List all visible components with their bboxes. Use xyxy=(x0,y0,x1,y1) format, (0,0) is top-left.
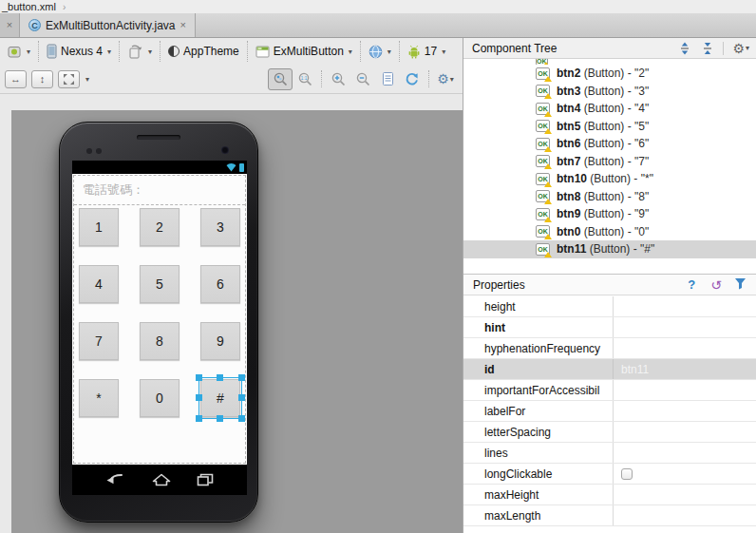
tab-button-xml[interactable]: × xyxy=(0,13,20,37)
property-row-longclickable[interactable]: longClickable xyxy=(463,464,756,485)
property-label: maxHeight xyxy=(463,485,614,504)
filter-button[interactable] xyxy=(734,277,747,293)
keypad-button-3[interactable]: 3 xyxy=(200,208,240,246)
selection-handle[interactable] xyxy=(217,374,223,381)
property-value-id[interactable]: btn11 xyxy=(614,359,756,379)
zoom-in-button[interactable] xyxy=(326,68,350,90)
property-row-id-selected[interactable]: idbtn11 xyxy=(463,359,756,380)
zoom-to-fit-button[interactable] xyxy=(268,68,293,90)
zoom-out-button[interactable] xyxy=(350,68,375,90)
tree-item-btn2[interactable]: OKbtn2 (Button) - "2" xyxy=(463,65,756,83)
property-value[interactable] xyxy=(614,464,756,484)
chevron-down-icon[interactable]: ▾ xyxy=(85,75,89,84)
selection-handle[interactable] xyxy=(238,415,245,422)
property-row-maxlength[interactable]: maxLength xyxy=(463,505,756,526)
selection-handle[interactable] xyxy=(238,374,245,381)
fit-height-button[interactable]: ↕ xyxy=(31,70,53,88)
help-icon[interactable]: ? xyxy=(688,277,695,292)
button-ok-icon: OK xyxy=(536,155,550,167)
property-value[interactable] xyxy=(614,505,756,525)
tree-settings-button[interactable]: ⚙▾ xyxy=(732,42,749,55)
layout-preview: 電話號碼： 1 2 3 4 5 6 7 8 9 * 0 # xyxy=(72,174,247,465)
property-row-hint[interactable]: hint xyxy=(463,317,756,338)
property-row-height[interactable]: height xyxy=(463,296,756,317)
fit-width-button[interactable]: ↔ xyxy=(5,70,27,88)
selection-handle[interactable] xyxy=(196,394,202,401)
theme-picker[interactable]: AppTheme xyxy=(160,41,247,62)
properties-header: Properties ? ↺ xyxy=(463,274,756,295)
collapse-all-button[interactable] xyxy=(701,42,714,55)
device-picker[interactable]: Nexus 4 ▾ xyxy=(38,41,119,62)
breadcrumb-file[interactable]: _button.xml xyxy=(2,1,56,12)
keypad-button-9[interactable]: 9 xyxy=(200,322,240,360)
recents-icon xyxy=(197,473,214,486)
property-row-importantforaccessibility[interactable]: importantForAccessibil xyxy=(463,380,756,401)
property-row-lines[interactable]: lines xyxy=(463,443,756,464)
preview-settings-button[interactable] xyxy=(375,68,400,90)
keypad-button-hash-selected[interactable]: # xyxy=(200,379,240,417)
property-value[interactable] xyxy=(614,401,756,421)
close-icon[interactable]: × xyxy=(180,20,186,30)
component-tree[interactable]: OK OKbtn2 (Button) - "2" OKbtn3 (Button)… xyxy=(463,59,756,274)
tab-exmultibuttonactivity-java[interactable]: C ExMultiButtonActivity.java × xyxy=(20,13,196,37)
fit-height-icon: ↕ xyxy=(40,73,46,85)
undo-icon[interactable]: ↺ xyxy=(710,277,722,293)
selection-handle[interactable] xyxy=(238,394,245,401)
property-row-hyphenationfrequency[interactable]: hyphenationFrequency xyxy=(463,338,756,359)
render-options-button[interactable]: ⚙▾ xyxy=(433,68,458,90)
tree-item-btn0[interactable]: OKbtn0 (Button) - "0" xyxy=(463,223,756,241)
property-row-labelfor[interactable]: labelFor xyxy=(463,401,756,422)
warning-icon xyxy=(544,128,552,134)
keypad-button-star[interactable]: * xyxy=(79,379,119,417)
tree-item-btn3[interactable]: OKbtn3 (Button) - "3" xyxy=(463,83,756,101)
keypad-button-7[interactable]: 7 xyxy=(79,322,119,360)
tree-item-btn9[interactable]: OKbtn9 (Button) - "9" xyxy=(463,205,756,223)
property-row-maxheight[interactable]: maxHeight xyxy=(463,485,756,505)
activity-picker[interactable]: ExMultiButton ▾ xyxy=(247,41,360,62)
property-value[interactable] xyxy=(614,443,756,463)
refresh-button[interactable] xyxy=(400,68,425,90)
configuration-picker[interactable]: ▾ xyxy=(0,41,38,62)
api-level-picker[interactable]: 17 ▾ xyxy=(399,41,453,62)
tree-item-name: btn9 xyxy=(557,207,580,220)
selection-handle[interactable] xyxy=(217,415,223,422)
tree-item-btn8[interactable]: OKbtn8 (Button) - "8" xyxy=(463,188,756,206)
warning-icon xyxy=(544,252,552,257)
button-ok-icon: OK xyxy=(536,138,550,150)
expand-all-button[interactable] xyxy=(678,42,691,55)
tree-item-btn5[interactable]: OKbtn5 (Button) - "5" xyxy=(463,118,756,136)
locale-picker[interactable]: ▾ xyxy=(360,41,399,62)
breadcrumb-chevron-icon: › xyxy=(63,2,66,12)
property-row-letterspacing[interactable]: letterSpacing xyxy=(463,422,756,443)
property-value[interactable] xyxy=(614,485,756,504)
expand-to-fit-button[interactable] xyxy=(58,70,80,88)
tree-item-btn6[interactable]: OKbtn6 (Button) - "6" xyxy=(463,135,756,153)
longclickable-checkbox[interactable] xyxy=(621,468,633,480)
selection-handle[interactable] xyxy=(196,374,202,381)
property-value[interactable] xyxy=(614,317,756,337)
selection-handle[interactable] xyxy=(196,415,202,422)
edittext-hint: 電話號碼： xyxy=(83,181,144,199)
keypad-button-4[interactable]: 4 xyxy=(79,265,119,303)
keypad-button-2[interactable]: 2 xyxy=(140,208,180,246)
zoom-actual-size-button[interactable]: 1:1 xyxy=(293,68,317,90)
property-value[interactable] xyxy=(614,338,756,358)
design-canvas[interactable]: 電話號碼： 1 2 3 4 5 6 7 8 9 * 0 # xyxy=(11,110,463,533)
tree-item-btn4[interactable]: OKbtn4 (Button) - "4" xyxy=(463,100,756,118)
button-ok-icon: OK xyxy=(536,103,550,115)
orientation-picker[interactable]: ▾ xyxy=(119,41,160,62)
keypad-button-8[interactable]: 8 xyxy=(140,322,180,360)
keypad-button-0[interactable]: 0 xyxy=(140,379,180,417)
phone-number-edittext[interactable]: 電話號碼： xyxy=(74,175,245,205)
property-value[interactable] xyxy=(614,422,756,442)
document-icon xyxy=(381,71,395,86)
tree-item-btn10[interactable]: OKbtn10 (Button) - "*" xyxy=(463,170,756,188)
property-value[interactable] xyxy=(614,380,756,400)
close-icon[interactable]: × xyxy=(7,20,12,30)
tree-item-btn11-selected[interactable]: OKbtn11 (Button) - "#" xyxy=(463,240,756,258)
keypad-button-5[interactable]: 5 xyxy=(140,265,180,303)
property-value[interactable] xyxy=(614,296,756,316)
keypad-button-1[interactable]: 1 xyxy=(79,208,119,246)
keypad-button-6[interactable]: 6 xyxy=(200,265,240,303)
tree-item-btn7[interactable]: OKbtn7 (Button) - "7" xyxy=(463,153,756,171)
